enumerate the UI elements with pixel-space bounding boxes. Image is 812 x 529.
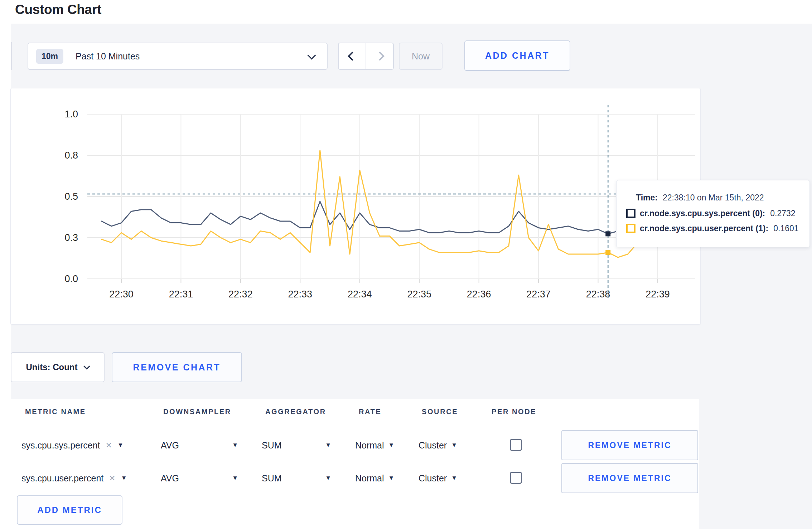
source-select[interactable]: Cluster ▼	[419, 430, 457, 460]
tooltip-series-label: cr.node.sys.cpu.user.percent (1):	[640, 224, 768, 233]
rate-value: Normal	[355, 473, 384, 484]
source-value: Cluster	[419, 473, 447, 484]
svg-text:22:32: 22:32	[228, 289, 253, 300]
metrics-table-header: METRIC NAME DOWNSAMPLER AGGREGATOR RATE …	[10, 399, 699, 424]
chevron-left-icon	[348, 52, 357, 60]
column-header-metric-name: METRIC NAME	[25, 399, 86, 424]
metric-name-select[interactable]: sys.cpu.user.percent × ▼	[21, 463, 127, 493]
time-range-label: Past 10 Minutes	[76, 51, 140, 62]
svg-text:0.3: 0.3	[64, 232, 78, 243]
caret-down-icon: ▼	[232, 442, 238, 449]
tooltip-series-row: cr.node.sys.cpu.user.percent (1): 0.1601	[626, 221, 809, 236]
chevron-down-icon	[84, 363, 90, 369]
svg-text:22:31: 22:31	[169, 289, 193, 300]
chart-panel: 0.00.30.50.81.022:3022:3122:3222:3322:34…	[10, 88, 701, 325]
aggregator-select[interactable]: SUM ▼	[262, 463, 331, 493]
clear-metric-icon[interactable]: ×	[109, 473, 115, 483]
svg-text:22:39: 22:39	[646, 289, 670, 300]
caret-down-icon: ▼	[121, 475, 127, 482]
tooltip-time-value: 22:38:10 on Mar 15th, 2022	[663, 193, 764, 203]
aggregator-value: SUM	[262, 473, 282, 484]
aggregator-value: SUM	[262, 440, 282, 451]
metric-row: sys.cpu.user.percent × ▼ AVG ▼ SUM ▼ Nor…	[10, 463, 699, 493]
add-metric-button[interactable]: ADD METRIC	[17, 495, 122, 525]
svg-text:22:38: 22:38	[586, 289, 610, 300]
column-header-source: SOURCE	[422, 399, 458, 424]
tooltip-time-label: Time:	[636, 193, 658, 203]
tooltip-time-row: Time: 22:38:10 on Mar 15th, 2022	[626, 189, 809, 206]
rate-select[interactable]: Normal ▼	[355, 463, 394, 493]
tooltip-series-value: 0.1601	[773, 224, 798, 233]
add-chart-button[interactable]: ADD CHART	[464, 40, 570, 71]
tooltip-series-label: cr.node.sys.cpu.sys.percent (0):	[640, 209, 765, 218]
caret-down-icon: ▼	[325, 442, 331, 449]
column-header-per-node: PER NODE	[492, 399, 536, 424]
per-node-checkbox[interactable]	[510, 472, 522, 484]
clear-metric-icon[interactable]: ×	[106, 440, 112, 450]
caret-down-icon: ▼	[117, 442, 124, 449]
metric-name-select[interactable]: sys.cpu.sys.percent × ▼	[21, 430, 124, 460]
column-header-aggregator: AGGREGATOR	[265, 399, 326, 424]
caret-down-icon: ▼	[232, 475, 238, 482]
caret-down-icon: ▼	[388, 475, 395, 482]
caret-down-icon: ▼	[451, 475, 457, 482]
svg-text:0.8: 0.8	[64, 150, 78, 161]
metric-name-value: sys.cpu.sys.percent	[21, 440, 100, 451]
chart-tooltip: Time: 22:38:10 on Mar 15th, 2022 cr.node…	[616, 180, 810, 247]
remove-chart-button[interactable]: REMOVE CHART	[112, 352, 242, 382]
svg-text:22:37: 22:37	[526, 289, 551, 300]
caret-down-icon: ▼	[388, 442, 395, 449]
svg-text:22:33: 22:33	[288, 289, 313, 300]
time-pager	[338, 43, 394, 70]
tooltip-series-value: 0.2732	[770, 209, 795, 218]
sys-series-swatch-icon	[626, 209, 635, 218]
svg-text:22:35: 22:35	[407, 289, 431, 300]
now-button[interactable]: Now	[399, 43, 443, 70]
svg-text:0.0: 0.0	[64, 273, 78, 284]
aggregator-select[interactable]: SUM ▼	[262, 430, 331, 460]
downsampler-select[interactable]: AVG ▼	[161, 430, 238, 460]
remove-metric-button[interactable]: REMOVE METRIC	[561, 463, 698, 493]
downsampler-value: AVG	[161, 473, 179, 484]
caret-down-icon: ▼	[325, 475, 331, 482]
column-header-rate: RATE	[359, 399, 381, 424]
svg-text:22:30: 22:30	[109, 289, 134, 300]
units-dropdown[interactable]: Units: Count	[11, 352, 105, 382]
svg-text:22:34: 22:34	[348, 289, 372, 300]
source-value: Cluster	[419, 440, 447, 451]
toolbar-divider	[11, 42, 12, 70]
rate-select[interactable]: Normal ▼	[355, 430, 394, 460]
next-range-button[interactable]	[366, 43, 393, 69]
metric-name-value: sys.cpu.user.percent	[21, 473, 103, 484]
caret-down-icon: ▼	[451, 442, 457, 449]
svg-text:1.0: 1.0	[64, 109, 78, 120]
metric-row: sys.cpu.sys.percent × ▼ AVG ▼ SUM ▼ Norm…	[10, 430, 699, 460]
units-label: Units: Count	[26, 362, 78, 372]
tooltip-series-row: cr.node.sys.cpu.sys.percent (0): 0.2732	[626, 206, 809, 221]
time-range-dropdown[interactable]: 10m Past 10 Minutes	[28, 43, 328, 70]
page-title: Custom Chart	[15, 2, 101, 17]
chevron-right-icon	[375, 52, 384, 60]
remove-metric-button[interactable]: REMOVE METRIC	[561, 430, 698, 460]
prev-range-button[interactable]	[339, 43, 366, 69]
downsampler-value: AVG	[161, 440, 179, 451]
chevron-down-icon	[307, 51, 316, 59]
line-chart[interactable]: 0.00.30.50.81.022:3022:3122:3222:3322:34…	[11, 88, 700, 324]
time-range-badge: 10m	[36, 49, 63, 64]
rate-value: Normal	[355, 440, 384, 451]
column-header-downsampler: DOWNSAMPLER	[163, 399, 231, 424]
svg-text:22:36: 22:36	[467, 289, 491, 300]
user-series-swatch-icon	[626, 224, 635, 233]
source-select[interactable]: Cluster ▼	[419, 463, 457, 493]
downsampler-select[interactable]: AVG ▼	[161, 463, 238, 493]
per-node-checkbox[interactable]	[510, 439, 522, 451]
svg-text:0.5: 0.5	[64, 191, 78, 202]
